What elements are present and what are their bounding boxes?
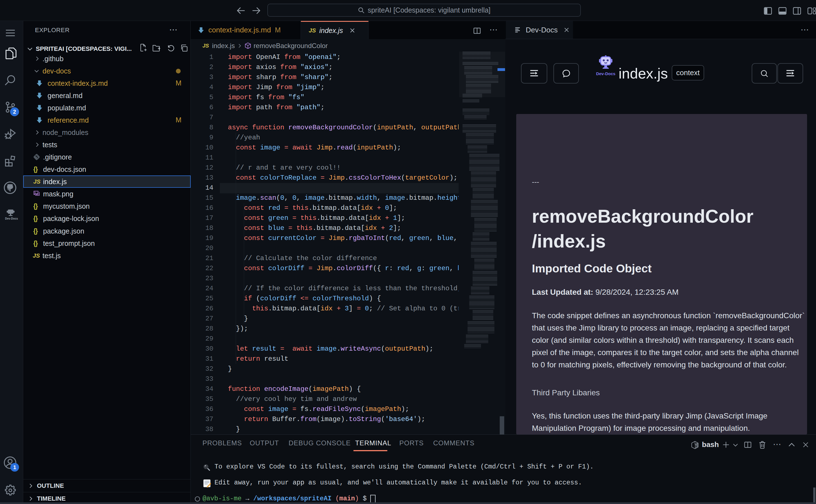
svg-text:$: $ (696, 445, 697, 448)
